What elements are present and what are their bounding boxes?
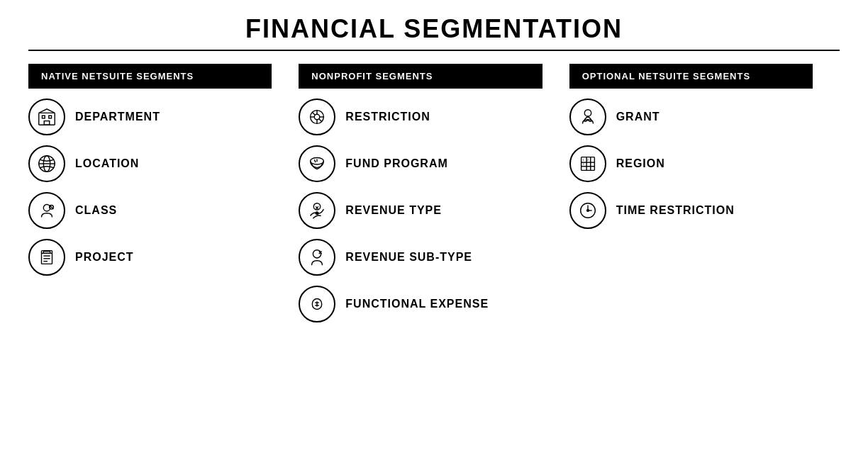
- list-item: DEPARTMENT: [28, 99, 272, 135]
- restriction-icon: [299, 99, 335, 135]
- list-item: CLASS: [28, 192, 272, 229]
- location-label: LOCATION: [75, 157, 139, 170]
- revenue-sub-type-icon: [299, 239, 335, 276]
- svg-point-31: [313, 250, 321, 258]
- svg-rect-1: [42, 116, 45, 118]
- list-item: FUNCTIONAL EXPENSE: [299, 286, 542, 322]
- svg-text:3: 3: [582, 163, 584, 166]
- list-item: LOCATION: [28, 145, 272, 182]
- restriction-label: RESTRICTION: [345, 111, 430, 123]
- functional-expense-icon: [299, 286, 335, 322]
- native-header: NATIVE NETSUITE SEGMENTS: [28, 64, 272, 89]
- svg-rect-2: [49, 116, 52, 118]
- time-restriction-label: TIME RESTRICTION: [616, 204, 735, 217]
- revenue-type-icon: [299, 192, 335, 229]
- project-icon: [28, 239, 65, 276]
- svg-rect-12: [43, 252, 50, 254]
- svg-rect-3: [44, 121, 50, 125]
- svg-point-50: [586, 210, 589, 212]
- svg-line-22: [313, 112, 316, 115]
- list-item: FUND PROGRAM: [299, 145, 542, 182]
- list-item: REVENUE TYPE: [299, 192, 542, 229]
- functional-expense-label: FUNCTIONAL EXPENSE: [345, 298, 489, 310]
- page-wrapper: FINANCIAL SEGMENTATION NATIVE NETSUITE S…: [0, 0, 868, 455]
- fund-program-icon: [299, 145, 335, 182]
- nonprofit-header: NONPROFIT SEGMENTS: [299, 64, 542, 89]
- location-icon: [28, 145, 65, 182]
- svg-point-27: [316, 212, 318, 215]
- region-icon: 1 2 3: [569, 145, 606, 182]
- column-nonprofit: NONPROFIT SEGMENTS RESTRICTION: [299, 64, 569, 332]
- svg-line-25: [315, 159, 316, 162]
- optional-header: OPTIONAL NETSUITE SEGMENTS: [569, 64, 813, 89]
- department-label: DEPARTMENT: [75, 111, 160, 123]
- list-item: TIME RESTRICTION: [569, 192, 813, 229]
- column-native: NATIVE NETSUITE SEGMENTS DEPARTMENT: [28, 64, 299, 332]
- column-optional: OPTIONAL NETSUITE SEGMENTS GRANT: [569, 64, 840, 332]
- region-label: REGION: [616, 157, 665, 170]
- svg-line-23: [319, 119, 322, 122]
- list-item: PROJECT: [28, 239, 272, 276]
- department-icon: [28, 99, 65, 135]
- svg-text:2: 2: [587, 159, 589, 162]
- revenue-sub-type-label: REVENUE SUB-TYPE: [345, 251, 472, 264]
- list-item: REVENUE SUB-TYPE: [299, 239, 542, 276]
- project-label: PROJECT: [75, 251, 134, 264]
- svg-rect-0: [39, 113, 55, 125]
- class-icon: [28, 192, 65, 229]
- svg-point-17: [315, 114, 321, 120]
- grant-label: GRANT: [616, 111, 660, 123]
- list-item: GRANT: [569, 99, 813, 135]
- time-restriction-icon: [569, 192, 606, 229]
- fund-program-label: FUND PROGRAM: [345, 157, 447, 170]
- svg-point-38: [584, 110, 591, 116]
- svg-text:1: 1: [582, 159, 584, 162]
- svg-point-30: [314, 203, 321, 210]
- grant-icon: [569, 99, 606, 135]
- class-label: CLASS: [75, 204, 117, 217]
- columns-wrapper: NATIVE NETSUITE SEGMENTS DEPARTMENT: [28, 64, 840, 332]
- revenue-type-label: REVENUE TYPE: [345, 204, 442, 217]
- list-item: RESTRICTION: [299, 99, 542, 135]
- list-item: 1 2 3 REGION: [569, 145, 813, 182]
- page-title: FINANCIAL SEGMENTATION: [28, 14, 840, 51]
